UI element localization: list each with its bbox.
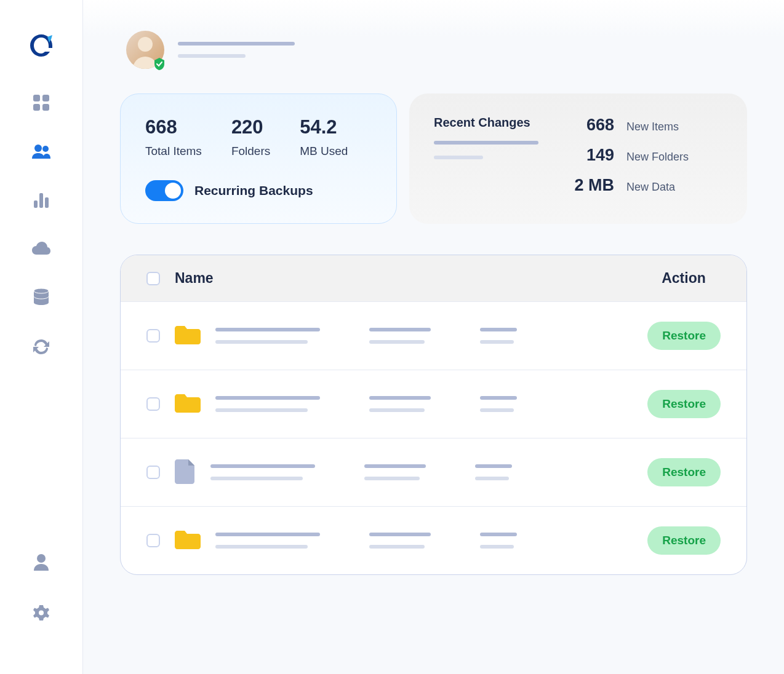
placeholder-line: [369, 533, 431, 536]
new-items-value: 668: [566, 116, 614, 135]
nav-sync-icon[interactable]: [32, 338, 50, 358]
placeholder-line: [215, 328, 320, 331]
placeholder-line: [364, 477, 420, 480]
svg-rect-6: [34, 200, 38, 208]
column-action: Action: [647, 270, 721, 287]
placeholder-line: [178, 42, 295, 46]
placeholder-line: [369, 328, 431, 331]
placeholder-line: [215, 545, 308, 549]
row-checkbox[interactable]: [146, 466, 160, 479]
placeholder-line: [364, 464, 426, 468]
folders-label: Folders: [231, 145, 270, 158]
restore-button[interactable]: Restore: [647, 458, 721, 486]
svg-rect-0: [33, 95, 40, 101]
placeholder-line: [215, 396, 320, 400]
recurring-backups-label: Recurring Backups: [194, 183, 313, 198]
placeholder-line: [480, 545, 514, 549]
file-icon: [175, 458, 196, 486]
main-content: 668 Total Items 220 Folders 54.2 MB Used…: [83, 0, 784, 674]
placeholder-line: [480, 408, 514, 412]
table-row: Restore: [121, 370, 746, 438]
placeholder-line: [369, 396, 431, 400]
restore-button[interactable]: Restore: [647, 390, 721, 418]
placeholder-line: [369, 408, 425, 412]
table-row: Restore: [121, 438, 746, 506]
placeholder-line: [480, 340, 514, 344]
folder-icon: [175, 528, 201, 553]
placeholder-line: [475, 477, 509, 480]
placeholder-line: [178, 54, 246, 58]
svg-point-5: [42, 146, 49, 152]
nav-profile-icon[interactable]: [33, 553, 49, 574]
svg-point-11: [37, 554, 46, 563]
new-data-label: New Data: [626, 181, 675, 194]
new-folders-label: New Folders: [626, 151, 689, 164]
sidebar: [0, 0, 83, 674]
recurring-backups-toggle[interactable]: [145, 180, 183, 201]
svg-rect-2: [33, 104, 40, 111]
profile-header: [126, 31, 747, 69]
placeholder-line: [369, 340, 425, 344]
svg-point-12: [39, 611, 44, 616]
table-header: Name Action: [121, 255, 746, 301]
storage-label: MB Used: [300, 145, 348, 158]
folder-icon: [175, 392, 201, 416]
verified-badge-icon: [152, 57, 167, 71]
recent-changes-title: Recent Changes: [434, 116, 548, 130]
row-checkbox[interactable]: [146, 329, 160, 343]
placeholder-line: [434, 141, 538, 145]
new-items-label: New Items: [626, 121, 679, 133]
table-row: Restore: [121, 301, 746, 370]
recent-changes-card: Recent Changes 668 New Items 149 New Fol…: [409, 93, 747, 224]
svg-rect-7: [39, 193, 43, 208]
total-items-value: 668: [145, 116, 202, 138]
placeholder-line: [210, 464, 315, 468]
column-name: Name: [175, 270, 632, 287]
table-row: Restore: [121, 506, 746, 574]
nav-database-icon[interactable]: [33, 288, 50, 309]
restore-button[interactable]: Restore: [647, 526, 721, 555]
logo: [26, 31, 56, 63]
nav-dashboard-icon[interactable]: [32, 93, 50, 114]
new-folders-value: 149: [566, 146, 614, 165]
nav-settings-icon[interactable]: [32, 604, 50, 625]
placeholder-line: [215, 408, 308, 412]
stats-card: 668 Total Items 220 Folders 54.2 MB Used…: [120, 93, 397, 224]
nav-users-icon[interactable]: [31, 144, 52, 162]
svg-rect-1: [42, 95, 49, 101]
placeholder-line: [475, 464, 512, 468]
new-data-value: 2 MB: [566, 176, 614, 195]
folder-icon: [175, 323, 201, 348]
nav-analytics-icon[interactable]: [33, 192, 50, 212]
placeholder-line: [215, 533, 320, 536]
files-table: Name Action Restore: [120, 255, 747, 575]
svg-point-4: [34, 145, 42, 152]
svg-rect-3: [42, 104, 49, 111]
svg-rect-8: [45, 197, 49, 208]
placeholder-line: [434, 156, 483, 159]
select-all-checkbox[interactable]: [146, 272, 160, 285]
total-items-label: Total Items: [145, 145, 202, 158]
row-checkbox[interactable]: [146, 397, 160, 411]
placeholder-line: [210, 477, 303, 480]
nav-cloud-icon[interactable]: [31, 241, 52, 258]
restore-button[interactable]: Restore: [647, 322, 721, 350]
placeholder-line: [215, 340, 308, 344]
placeholder-line: [369, 545, 425, 549]
row-checkbox[interactable]: [146, 534, 160, 547]
placeholder-line: [480, 533, 517, 536]
placeholder-line: [480, 328, 517, 331]
folders-value: 220: [231, 116, 270, 138]
placeholder-line: [480, 396, 517, 400]
storage-value: 54.2: [300, 116, 348, 138]
